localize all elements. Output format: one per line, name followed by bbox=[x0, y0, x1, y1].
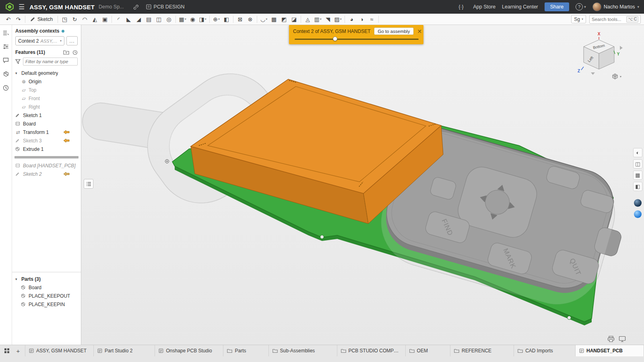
learning-center-link[interactable]: Learning Center bbox=[502, 4, 538, 10]
transform-icon[interactable]: ⊠ bbox=[235, 14, 245, 24]
hide-show-icon[interactable]: ◐ bbox=[633, 148, 642, 157]
fill-icon[interactable]: ▩ bbox=[269, 14, 279, 24]
document-tab[interactable]: Sub-Assemblies bbox=[269, 345, 337, 356]
document-tab[interactable]: ASSY, GSM HANDSET bbox=[25, 345, 94, 356]
tree-item-board[interactable]: Board bbox=[12, 119, 81, 128]
slider-thumb[interactable] bbox=[333, 37, 337, 41]
context-reference-arrow-icon[interactable] bbox=[63, 130, 70, 134]
tree-item-sketch-2[interactable]: Sketch 2 bbox=[12, 170, 81, 178]
feature-filter-input[interactable] bbox=[23, 58, 78, 66]
document-tab[interactable]: PCB STUDIO COMPON... bbox=[337, 345, 406, 356]
surface-icon[interactable]: ◡▾ bbox=[259, 14, 269, 24]
document-tab[interactable]: REFERENCE bbox=[450, 345, 514, 356]
search-tools-box[interactable]: ⌥ C bbox=[589, 15, 641, 24]
link-icon[interactable] bbox=[133, 4, 139, 10]
document-tab[interactable]: Parts bbox=[223, 345, 268, 356]
document-tab[interactable]: OEM bbox=[406, 345, 450, 356]
mirror-icon[interactable]: ◨▾ bbox=[198, 14, 208, 24]
draft-icon[interactable]: ◢ bbox=[134, 14, 144, 24]
workspace-tab[interactable]: PCB DESIGN bbox=[146, 4, 185, 10]
part-item-place-keepout[interactable]: PLACE_KEEPOUT bbox=[12, 292, 81, 300]
parts-title-row[interactable]: ▾ Parts (3) bbox=[12, 275, 81, 283]
named-views-icon[interactable]: ◫ bbox=[633, 159, 642, 169]
feature-list-icon[interactable] bbox=[2, 29, 10, 37]
rotate-down-icon[interactable] bbox=[591, 72, 595, 75]
render-mode-sphere-icon[interactable] bbox=[633, 198, 642, 208]
slider-track[interactable] bbox=[295, 39, 419, 40]
appearance-icon[interactable]: ◑ bbox=[357, 14, 367, 24]
measure-icon[interactable]: ◬ bbox=[303, 14, 313, 24]
document-tab[interactable]: HANDSET_PCB bbox=[576, 345, 644, 356]
context-more-button[interactable]: ... bbox=[66, 36, 78, 45]
delete-part-icon[interactable]: ⊗ bbox=[245, 14, 255, 24]
circular-pattern-icon[interactable]: ◉ bbox=[188, 14, 198, 24]
thicken-icon[interactable]: ▣ bbox=[100, 14, 110, 24]
parts-strip-icon[interactable] bbox=[2, 70, 10, 78]
tree-item-default-geometry[interactable]: ▾ Default geometry bbox=[12, 69, 81, 77]
tab-manager-icon[interactable] bbox=[2, 346, 12, 356]
featurescript-button[interactable]: Sg ▾ bbox=[571, 15, 586, 23]
panel-toggle-button[interactable] bbox=[84, 179, 93, 189]
revolve-icon[interactable]: ↻ bbox=[70, 14, 80, 24]
replace-face-icon[interactable]: ◪ bbox=[289, 14, 299, 24]
wrap-icon[interactable]: ◕ bbox=[347, 14, 357, 24]
context-slider[interactable] bbox=[295, 37, 419, 41]
chamfer-icon[interactable]: ◣ bbox=[124, 14, 134, 24]
system-status-icon[interactable] bbox=[619, 336, 626, 342]
main-menu-icon[interactable]: ☰ bbox=[19, 3, 25, 11]
display-options-icon[interactable]: ▦ bbox=[633, 171, 642, 180]
rollback-history-icon[interactable] bbox=[72, 50, 78, 55]
view-cube[interactable]: Bottom Left X Y Z bbox=[575, 31, 623, 75]
developer-tools-icon[interactable]: {·} bbox=[459, 4, 464, 10]
frame-icon[interactable]: ▨▾ bbox=[333, 14, 343, 24]
extrude-icon[interactable]: ◳ bbox=[60, 14, 70, 24]
comments-icon[interactable] bbox=[2, 56, 10, 64]
go-to-assembly-button[interactable]: Go to assembly bbox=[374, 27, 414, 35]
share-button[interactable]: Share bbox=[545, 2, 569, 11]
flange-icon[interactable]: ◥ bbox=[323, 14, 333, 24]
graphics-canvas[interactable]: FIND MARK QUIT bbox=[81, 25, 644, 345]
filter-icon[interactable] bbox=[15, 59, 21, 64]
rib-icon[interactable]: ▤ bbox=[144, 14, 154, 24]
redo-icon[interactable]: ↷ bbox=[13, 14, 23, 24]
document-tab[interactable]: Part Studio 2 bbox=[94, 345, 155, 356]
hole-icon[interactable]: ◎ bbox=[164, 14, 174, 24]
help-menu[interactable]: ? ▾ bbox=[576, 3, 586, 10]
tree-item-right-plane[interactable]: ▱ Right bbox=[12, 103, 81, 111]
tree-item-transform-1[interactable]: ⇄ Transform 1 bbox=[12, 128, 81, 136]
section-view-icon[interactable]: ◧ bbox=[633, 182, 642, 191]
material-sphere-icon[interactable] bbox=[633, 210, 642, 219]
model-viewport[interactable]: FIND MARK QUIT bbox=[81, 25, 644, 345]
part-item-place-keepin[interactable]: PLACE_KEEPIN bbox=[12, 300, 81, 309]
context-reference-arrow-icon[interactable] bbox=[63, 138, 70, 143]
tree-item-front-plane[interactable]: ▱ Front bbox=[12, 94, 81, 103]
context-select[interactable]: Context 2 ASSY, G... ▾ bbox=[15, 36, 64, 45]
view-options-button[interactable]: ▾ bbox=[612, 73, 621, 80]
tree-item-sketch-3[interactable]: Sketch 3 bbox=[12, 136, 81, 145]
tree-item-sketch-1[interactable]: Sketch 1 bbox=[12, 111, 81, 119]
shell-icon[interactable]: ◫ bbox=[154, 14, 164, 24]
new-folder-icon[interactable] bbox=[63, 50, 69, 55]
tree-collapse-icon[interactable]: ▾ bbox=[15, 71, 19, 75]
tree-item-board-handset-pcb[interactable]: Board [HANDSET_PCB] bbox=[12, 161, 81, 170]
close-icon[interactable]: ✕ bbox=[417, 29, 422, 34]
tree-item-top-plane[interactable]: ▱ Top bbox=[12, 86, 81, 94]
user-menu[interactable]: Nacho Martos ▾ bbox=[592, 2, 639, 11]
loft-icon[interactable]: ◭ bbox=[90, 14, 100, 24]
tree-collapse-icon[interactable]: ▾ bbox=[15, 277, 19, 281]
app-store-link[interactable]: App Store bbox=[473, 4, 496, 10]
configurations-icon[interactable] bbox=[2, 43, 10, 51]
split-icon[interactable]: ◧ bbox=[221, 14, 231, 24]
add-tab-button[interactable]: + bbox=[13, 346, 23, 356]
history-icon[interactable] bbox=[2, 84, 10, 92]
context-reference-arrow-icon[interactable] bbox=[63, 172, 70, 176]
search-tools-input[interactable] bbox=[592, 17, 625, 22]
tree-item-extrude-1[interactable]: Extrude 1 bbox=[12, 145, 81, 153]
document-tab[interactable]: Onshape PCB Studio bbox=[155, 345, 223, 356]
boolean-icon[interactable]: ⊕▾ bbox=[211, 14, 221, 24]
fillet-icon[interactable]: ◜ bbox=[114, 14, 124, 24]
sweep-icon[interactable]: ◠ bbox=[80, 14, 90, 24]
document-tab[interactable]: CAD Imports bbox=[514, 345, 576, 356]
spline-icon[interactable]: ≈ bbox=[367, 14, 377, 24]
sketch-button[interactable]: Sketch bbox=[27, 14, 56, 24]
